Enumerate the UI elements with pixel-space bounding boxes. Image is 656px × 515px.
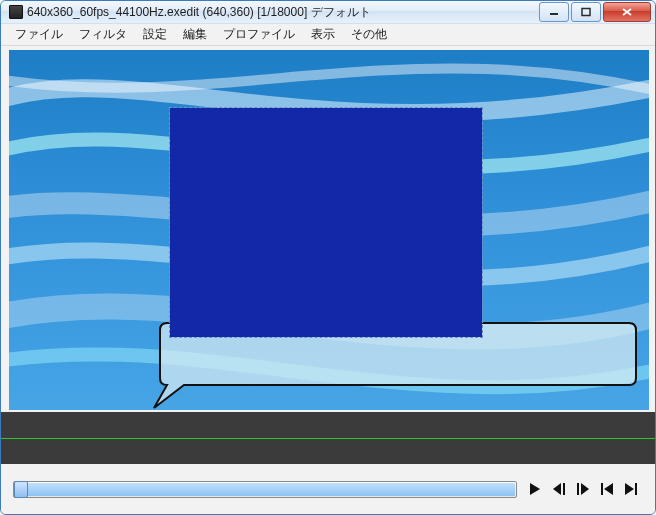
play-icon	[528, 482, 542, 496]
seek-slider[interactable]	[13, 481, 517, 498]
maximize-icon	[580, 7, 592, 17]
go-start-button[interactable]	[595, 479, 619, 499]
titlebar: 640x360_60fps_44100Hz.exedit (640,360) […	[1, 1, 655, 24]
app-window: 640x360_60fps_44100Hz.exedit (640,360) […	[0, 0, 656, 515]
window-controls	[539, 2, 651, 22]
step-back-icon	[551, 482, 567, 496]
svg-marker-13	[625, 483, 634, 495]
menu-other[interactable]: その他	[343, 24, 395, 45]
client-area	[1, 46, 655, 514]
figure-object-selected[interactable]	[169, 107, 483, 338]
menu-file[interactable]: ファイル	[7, 24, 71, 45]
audio-waveform-strip	[1, 412, 655, 464]
menu-edit[interactable]: 編集	[175, 24, 215, 45]
minimize-button[interactable]	[539, 2, 569, 22]
svg-marker-7	[553, 483, 561, 495]
menubar: ファイル フィルタ 設定 編集 プロファイル 表示 その他	[1, 24, 655, 46]
waveform-baseline	[1, 438, 655, 439]
figure-rectangle	[170, 108, 482, 337]
step-forward-button[interactable]	[571, 479, 595, 499]
play-button[interactable]	[523, 479, 547, 499]
playback-controls-row	[1, 474, 655, 504]
go-end-button[interactable]	[619, 479, 643, 499]
menu-settings[interactable]: 設定	[135, 24, 175, 45]
svg-rect-1	[582, 9, 590, 16]
svg-marker-12	[604, 483, 613, 495]
menu-view[interactable]: 表示	[303, 24, 343, 45]
go-start-icon	[599, 482, 615, 496]
window-title: 640x360_60fps_44100Hz.exedit (640,360) […	[27, 4, 371, 21]
preview-area	[1, 46, 655, 412]
close-button[interactable]	[603, 2, 651, 22]
maximize-button[interactable]	[571, 2, 601, 22]
close-icon	[620, 7, 634, 17]
minimize-icon	[548, 7, 560, 17]
step-forward-icon	[575, 482, 591, 496]
go-end-icon	[623, 482, 639, 496]
menu-filter[interactable]: フィルタ	[71, 24, 135, 45]
step-back-button[interactable]	[547, 479, 571, 499]
app-icon	[9, 5, 23, 19]
preview-canvas	[9, 50, 649, 410]
seek-thumb[interactable]	[14, 481, 28, 498]
menu-profile[interactable]: プロファイル	[215, 24, 303, 45]
svg-marker-6	[530, 483, 540, 495]
transport-buttons	[523, 479, 643, 499]
seek-fill	[27, 483, 515, 496]
svg-marker-10	[581, 483, 589, 495]
